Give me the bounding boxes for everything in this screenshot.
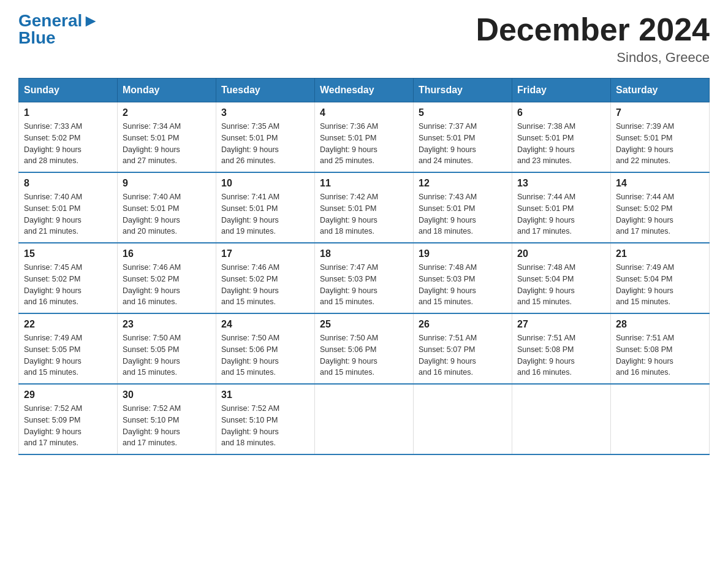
day-number: 2	[123, 107, 211, 118]
calendar-cell: 4 Sunrise: 7:36 AM Sunset: 5:01 PM Dayli…	[315, 102, 414, 173]
calendar-cell: 20 Sunrise: 7:48 AM Sunset: 5:04 PM Dayl…	[512, 243, 611, 313]
day-info: Sunrise: 7:50 AM Sunset: 5:06 PM Dayligh…	[221, 332, 309, 378]
calendar-cell	[611, 384, 710, 454]
day-number: 20	[517, 248, 605, 259]
calendar-week-row: 15 Sunrise: 7:45 AM Sunset: 5:02 PM Dayl…	[19, 243, 710, 313]
calendar-cell: 28 Sunrise: 7:51 AM Sunset: 5:08 PM Dayl…	[611, 313, 710, 384]
day-number: 23	[123, 319, 211, 330]
calendar-cell: 5 Sunrise: 7:37 AM Sunset: 5:01 PM Dayli…	[414, 102, 512, 173]
calendar-cell: 24 Sunrise: 7:50 AM Sunset: 5:06 PM Dayl…	[216, 313, 315, 384]
day-number: 31	[221, 389, 309, 400]
calendar-cell: 23 Sunrise: 7:50 AM Sunset: 5:05 PM Dayl…	[118, 313, 216, 384]
day-number: 16	[123, 248, 211, 259]
header-wednesday: Wednesday	[315, 79, 414, 102]
day-info: Sunrise: 7:51 AM Sunset: 5:08 PM Dayligh…	[517, 332, 605, 378]
calendar-cell: 6 Sunrise: 7:38 AM Sunset: 5:01 PM Dayli…	[512, 102, 611, 173]
day-number: 13	[517, 178, 605, 189]
day-info: Sunrise: 7:51 AM Sunset: 5:07 PM Dayligh…	[419, 332, 507, 378]
day-number: 11	[320, 178, 408, 189]
day-number: 17	[221, 248, 309, 259]
calendar-week-row: 8 Sunrise: 7:40 AM Sunset: 5:01 PM Dayli…	[19, 172, 710, 243]
day-number: 1	[24, 107, 112, 118]
day-number: 27	[517, 319, 605, 330]
calendar-cell	[414, 384, 512, 454]
day-number: 3	[221, 107, 309, 118]
calendar-cell: 17 Sunrise: 7:46 AM Sunset: 5:02 PM Dayl…	[216, 243, 315, 313]
logo: General► Blue	[18, 12, 99, 47]
day-number: 6	[517, 107, 605, 118]
calendar-week-row: 22 Sunrise: 7:49 AM Sunset: 5:05 PM Dayl…	[19, 313, 710, 384]
day-info: Sunrise: 7:44 AM Sunset: 5:02 PM Dayligh…	[616, 191, 704, 237]
day-info: Sunrise: 7:34 AM Sunset: 5:01 PM Dayligh…	[123, 121, 211, 167]
day-info: Sunrise: 7:41 AM Sunset: 5:01 PM Dayligh…	[221, 191, 309, 237]
location: Sindos, Greece	[476, 50, 710, 66]
day-info: Sunrise: 7:43 AM Sunset: 5:01 PM Dayligh…	[419, 191, 507, 237]
day-number: 30	[123, 389, 211, 400]
day-number: 5	[419, 107, 507, 118]
calendar-cell: 18 Sunrise: 7:47 AM Sunset: 5:03 PM Dayl…	[315, 243, 414, 313]
calendar-cell: 8 Sunrise: 7:40 AM Sunset: 5:01 PM Dayli…	[19, 172, 118, 243]
calendar-cell: 25 Sunrise: 7:50 AM Sunset: 5:06 PM Dayl…	[315, 313, 414, 384]
calendar-header-row: SundayMondayTuesdayWednesdayThursdayFrid…	[19, 79, 710, 102]
month-title: December 2024	[476, 12, 710, 47]
calendar-cell: 7 Sunrise: 7:39 AM Sunset: 5:01 PM Dayli…	[611, 102, 710, 173]
day-number: 21	[616, 248, 704, 259]
day-number: 19	[419, 248, 507, 259]
calendar-cell: 11 Sunrise: 7:42 AM Sunset: 5:01 PM Dayl…	[315, 172, 414, 243]
day-number: 22	[24, 319, 112, 330]
day-info: Sunrise: 7:40 AM Sunset: 5:01 PM Dayligh…	[123, 191, 211, 237]
calendar-cell: 1 Sunrise: 7:33 AM Sunset: 5:02 PM Dayli…	[19, 102, 118, 173]
logo-general-text: General►	[18, 12, 99, 29]
calendar-table: SundayMondayTuesdayWednesdayThursdayFrid…	[18, 78, 710, 455]
calendar-week-row: 29 Sunrise: 7:52 AM Sunset: 5:09 PM Dayl…	[19, 384, 710, 454]
calendar-cell	[512, 384, 611, 454]
header-friday: Friday	[512, 79, 611, 102]
day-info: Sunrise: 7:47 AM Sunset: 5:03 PM Dayligh…	[320, 262, 408, 308]
day-info: Sunrise: 7:51 AM Sunset: 5:08 PM Dayligh…	[616, 332, 704, 378]
day-info: Sunrise: 7:52 AM Sunset: 5:10 PM Dayligh…	[221, 403, 309, 449]
day-number: 24	[221, 319, 309, 330]
calendar-cell: 9 Sunrise: 7:40 AM Sunset: 5:01 PM Dayli…	[118, 172, 216, 243]
header-saturday: Saturday	[611, 79, 710, 102]
day-info: Sunrise: 7:33 AM Sunset: 5:02 PM Dayligh…	[24, 121, 112, 167]
day-info: Sunrise: 7:44 AM Sunset: 5:01 PM Dayligh…	[517, 191, 605, 237]
calendar-cell: 21 Sunrise: 7:49 AM Sunset: 5:04 PM Dayl…	[611, 243, 710, 313]
day-info: Sunrise: 7:50 AM Sunset: 5:05 PM Dayligh…	[123, 332, 211, 378]
calendar-cell: 19 Sunrise: 7:48 AM Sunset: 5:03 PM Dayl…	[414, 243, 512, 313]
day-info: Sunrise: 7:52 AM Sunset: 5:09 PM Dayligh…	[24, 403, 112, 449]
day-info: Sunrise: 7:52 AM Sunset: 5:10 PM Dayligh…	[123, 403, 211, 449]
calendar-week-row: 1 Sunrise: 7:33 AM Sunset: 5:02 PM Dayli…	[19, 102, 710, 173]
day-info: Sunrise: 7:46 AM Sunset: 5:02 PM Dayligh…	[221, 262, 309, 308]
day-number: 8	[24, 178, 112, 189]
day-info: Sunrise: 7:49 AM Sunset: 5:05 PM Dayligh…	[24, 332, 112, 378]
day-number: 7	[616, 107, 704, 118]
logo-blue-text: Blue	[18, 29, 56, 47]
header-sunday: Sunday	[19, 79, 118, 102]
day-info: Sunrise: 7:48 AM Sunset: 5:03 PM Dayligh…	[419, 262, 507, 308]
calendar-cell	[315, 384, 414, 454]
page-header: General► Blue December 2024 Sindos, Gree…	[18, 12, 710, 66]
day-info: Sunrise: 7:50 AM Sunset: 5:06 PM Dayligh…	[320, 332, 408, 378]
calendar-cell: 14 Sunrise: 7:44 AM Sunset: 5:02 PM Dayl…	[611, 172, 710, 243]
day-number: 15	[24, 248, 112, 259]
day-info: Sunrise: 7:37 AM Sunset: 5:01 PM Dayligh…	[419, 121, 507, 167]
header-tuesday: Tuesday	[216, 79, 315, 102]
day-number: 28	[616, 319, 704, 330]
day-number: 26	[419, 319, 507, 330]
calendar-cell: 13 Sunrise: 7:44 AM Sunset: 5:01 PM Dayl…	[512, 172, 611, 243]
day-number: 18	[320, 248, 408, 259]
day-info: Sunrise: 7:40 AM Sunset: 5:01 PM Dayligh…	[24, 191, 112, 237]
calendar-cell: 26 Sunrise: 7:51 AM Sunset: 5:07 PM Dayl…	[414, 313, 512, 384]
calendar-cell: 3 Sunrise: 7:35 AM Sunset: 5:01 PM Dayli…	[216, 102, 315, 173]
calendar-cell: 16 Sunrise: 7:46 AM Sunset: 5:02 PM Dayl…	[118, 243, 216, 313]
calendar-cell: 12 Sunrise: 7:43 AM Sunset: 5:01 PM Dayl…	[414, 172, 512, 243]
title-block: December 2024 Sindos, Greece	[476, 12, 710, 66]
calendar-cell: 15 Sunrise: 7:45 AM Sunset: 5:02 PM Dayl…	[19, 243, 118, 313]
day-number: 4	[320, 107, 408, 118]
day-number: 12	[419, 178, 507, 189]
calendar-cell: 2 Sunrise: 7:34 AM Sunset: 5:01 PM Dayli…	[118, 102, 216, 173]
calendar-cell: 10 Sunrise: 7:41 AM Sunset: 5:01 PM Dayl…	[216, 172, 315, 243]
calendar-cell: 29 Sunrise: 7:52 AM Sunset: 5:09 PM Dayl…	[19, 384, 118, 454]
day-info: Sunrise: 7:48 AM Sunset: 5:04 PM Dayligh…	[517, 262, 605, 308]
day-info: Sunrise: 7:49 AM Sunset: 5:04 PM Dayligh…	[616, 262, 704, 308]
